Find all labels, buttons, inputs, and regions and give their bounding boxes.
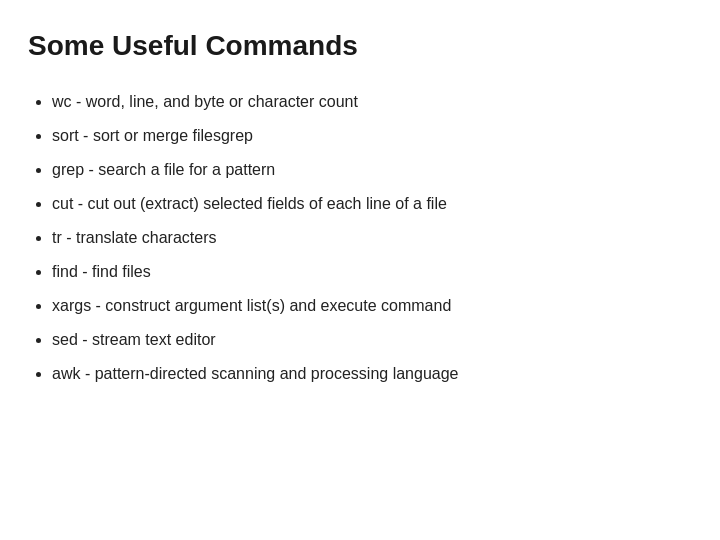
list-item: wc - word, line, and byte or character c…	[52, 90, 692, 114]
page-title: Some Useful Commands	[28, 30, 692, 62]
list-item: sed - stream text editor	[52, 328, 692, 352]
list-item: awk - pattern-directed scanning and proc…	[52, 362, 692, 386]
list-item: grep - search a file for a pattern	[52, 158, 692, 182]
list-item: tr - translate characters	[52, 226, 692, 250]
list-item: find - find files	[52, 260, 692, 284]
main-container: Some Useful Commands wc - word, line, an…	[0, 0, 720, 416]
list-item: cut - cut out (extract) selected fields …	[52, 192, 692, 216]
command-list: wc - word, line, and byte or character c…	[28, 90, 692, 386]
list-item: xargs - construct argument list(s) and e…	[52, 294, 692, 318]
list-item: sort - sort or merge filesgrep	[52, 124, 692, 148]
